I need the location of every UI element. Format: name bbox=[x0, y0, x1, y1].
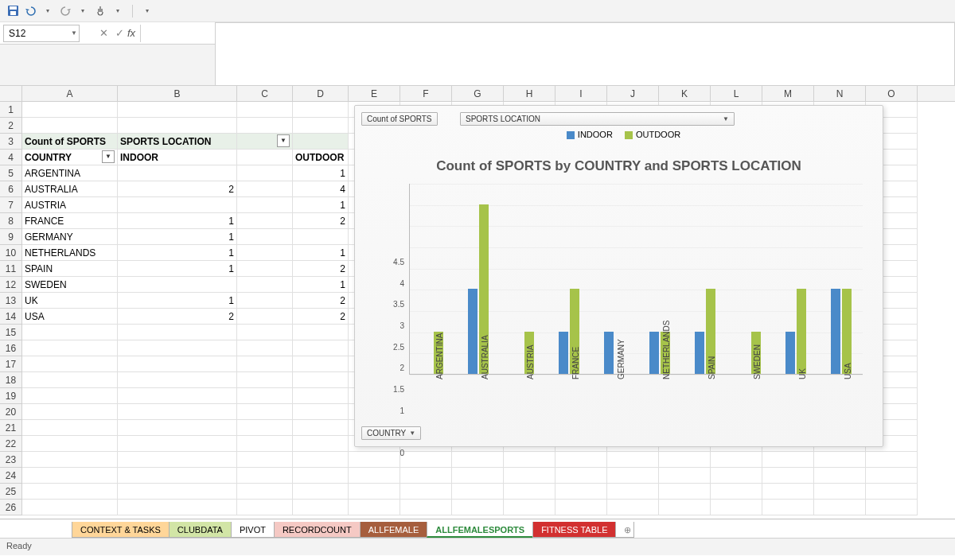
cell-L26[interactable] bbox=[711, 500, 762, 515]
cell-J24[interactable] bbox=[607, 468, 659, 484]
cell-B8[interactable]: 1 bbox=[118, 213, 237, 229]
cell-N26[interactable] bbox=[814, 500, 866, 515]
row-header-13[interactable]: 13 bbox=[0, 293, 22, 309]
col-filter-dropdown[interactable]: ▼ bbox=[277, 134, 290, 147]
cell-B15[interactable] bbox=[118, 325, 237, 340]
cell-A13[interactable]: UK bbox=[22, 293, 118, 309]
row-header-1[interactable]: 1 bbox=[0, 102, 22, 118]
row-header-21[interactable]: 21 bbox=[0, 420, 22, 436]
cell-D10[interactable]: 1 bbox=[293, 245, 349, 261]
cell-A8[interactable]: FRANCE bbox=[22, 213, 118, 229]
cell-D17[interactable] bbox=[293, 356, 349, 372]
cell-C3[interactable]: ▼ bbox=[237, 134, 293, 150]
cell-D24[interactable] bbox=[293, 468, 349, 484]
cell-C5[interactable] bbox=[237, 165, 293, 181]
cell-A7[interactable]: AUSTRIA bbox=[22, 197, 118, 213]
cell-F23[interactable] bbox=[400, 452, 452, 468]
cell-A2[interactable] bbox=[22, 118, 118, 134]
redo-dropdown-icon[interactable]: ▾ bbox=[76, 5, 89, 18]
row-header-7[interactable]: 7 bbox=[0, 197, 22, 213]
sheet-tab-allfemale[interactable]: ALLFEMALE bbox=[360, 522, 428, 538]
cell-B21[interactable] bbox=[118, 420, 237, 436]
cell-B26[interactable] bbox=[118, 500, 237, 515]
cell-D8[interactable]: 2 bbox=[293, 213, 349, 229]
accept-formula-icon[interactable]: ✓ bbox=[111, 25, 127, 42]
col-header-J[interactable]: J bbox=[607, 86, 659, 101]
touch-mode-icon[interactable] bbox=[94, 5, 107, 18]
cell-A10[interactable]: NETHERLANDS bbox=[22, 245, 118, 261]
cell-A17[interactable] bbox=[22, 356, 118, 372]
cell-B22[interactable] bbox=[118, 436, 237, 452]
cell-D7[interactable]: 1 bbox=[293, 197, 349, 213]
row-header-10[interactable]: 10 bbox=[0, 245, 22, 261]
cell-A1[interactable] bbox=[22, 102, 118, 118]
cell-M26[interactable] bbox=[762, 500, 814, 515]
cell-D2[interactable] bbox=[293, 118, 349, 134]
cell-D14[interactable]: 2 bbox=[293, 309, 349, 325]
cell-A20[interactable] bbox=[22, 404, 118, 420]
cell-A25[interactable] bbox=[22, 484, 118, 500]
col-header-O[interactable]: O bbox=[866, 86, 918, 101]
save-icon[interactable] bbox=[6, 5, 19, 18]
cancel-formula-icon[interactable]: ✕ bbox=[96, 25, 111, 42]
cell-K26[interactable] bbox=[659, 500, 711, 515]
cell-N25[interactable] bbox=[814, 484, 866, 500]
cell-M23[interactable] bbox=[762, 452, 814, 468]
cell-A15[interactable] bbox=[22, 325, 118, 340]
cell-M25[interactable] bbox=[762, 484, 814, 500]
row-header-23[interactable]: 23 bbox=[0, 452, 22, 468]
cell-A16[interactable] bbox=[22, 340, 118, 356]
cell-L23[interactable] bbox=[711, 452, 762, 468]
row-header-8[interactable]: 8 bbox=[0, 213, 22, 229]
cell-C25[interactable] bbox=[237, 484, 293, 500]
cell-F26[interactable] bbox=[400, 500, 452, 515]
cell-C4[interactable] bbox=[237, 150, 293, 165]
cell-A19[interactable] bbox=[22, 388, 118, 404]
cell-L24[interactable] bbox=[711, 468, 762, 484]
cell-G25[interactable] bbox=[452, 484, 504, 500]
row-header-12[interactable]: 12 bbox=[0, 277, 22, 293]
cell-B14[interactable]: 2 bbox=[118, 309, 237, 325]
cell-D20[interactable] bbox=[293, 404, 349, 420]
insert-function-icon[interactable]: fx bbox=[127, 27, 135, 39]
cell-B7[interactable] bbox=[118, 197, 237, 213]
row-header-17[interactable]: 17 bbox=[0, 356, 22, 372]
sheet-tab-context & tasks[interactable]: CONTEXT & TASKS bbox=[72, 522, 170, 538]
row-header-18[interactable]: 18 bbox=[0, 372, 22, 388]
cell-E25[interactable] bbox=[349, 484, 400, 500]
cell-B1[interactable] bbox=[118, 102, 237, 118]
cell-A23[interactable] bbox=[22, 452, 118, 468]
cell-C14[interactable] bbox=[237, 309, 293, 325]
pivot-chart[interactable]: Count of SPORTS SPORTS LOCATION▼ INDOOR … bbox=[354, 105, 883, 447]
qat-customize-icon[interactable]: ▾ bbox=[141, 5, 154, 18]
cell-D19[interactable] bbox=[293, 388, 349, 404]
cell-H25[interactable] bbox=[504, 484, 555, 500]
row-header-4[interactable]: 4 bbox=[0, 150, 22, 165]
row-header-2[interactable]: 2 bbox=[0, 118, 22, 134]
cell-E24[interactable] bbox=[349, 468, 400, 484]
cell-J23[interactable] bbox=[607, 452, 659, 468]
cell-D9[interactable] bbox=[293, 229, 349, 245]
redo-icon[interactable] bbox=[59, 5, 72, 18]
name-box-dropdown-icon[interactable]: ▼ bbox=[71, 29, 77, 37]
col-header-I[interactable]: I bbox=[555, 86, 607, 101]
row-header-6[interactable]: 6 bbox=[0, 181, 22, 197]
col-header-B[interactable]: B bbox=[118, 86, 237, 101]
cell-K25[interactable] bbox=[659, 484, 711, 500]
undo-dropdown-icon[interactable]: ▾ bbox=[41, 5, 54, 18]
cell-C24[interactable] bbox=[237, 468, 293, 484]
cell-G26[interactable] bbox=[452, 500, 504, 515]
add-sheet-button[interactable]: ⊕ bbox=[615, 522, 634, 538]
cell-B23[interactable] bbox=[118, 452, 237, 468]
cell-A26[interactable] bbox=[22, 500, 118, 515]
col-header-C[interactable]: C bbox=[237, 86, 293, 101]
cell-C19[interactable] bbox=[237, 388, 293, 404]
cell-C13[interactable] bbox=[237, 293, 293, 309]
cell-B20[interactable] bbox=[118, 404, 237, 420]
col-header-F[interactable]: F bbox=[400, 86, 452, 101]
cell-G23[interactable] bbox=[452, 452, 504, 468]
chart-count-button[interactable]: Count of SPORTS bbox=[361, 112, 438, 126]
select-all-corner[interactable] bbox=[0, 86, 22, 101]
cell-D3[interactable] bbox=[293, 134, 349, 150]
col-header-N[interactable]: N bbox=[814, 86, 866, 101]
